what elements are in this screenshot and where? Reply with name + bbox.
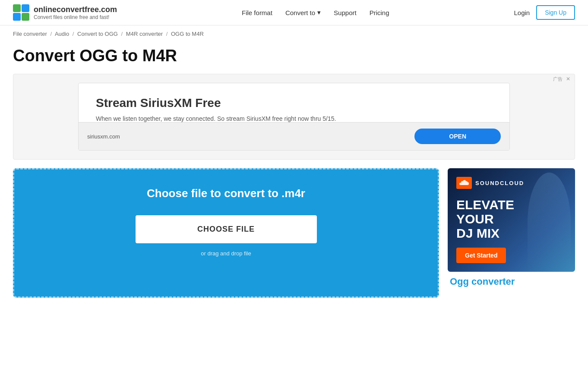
site-name: onlineconvertfree.com [34, 5, 117, 14]
logo-area: onlineconvertfree.com Convert files onli… [13, 4, 117, 21]
svg-rect-3 [22, 13, 29, 21]
nav-convert-to[interactable]: Convert to ▾ [285, 9, 321, 16]
ogg-converter-title: Ogg converter [450, 276, 573, 287]
dj-figure [528, 173, 571, 272]
svg-rect-2 [13, 13, 21, 21]
ad-domain: siriusxm.com [87, 133, 120, 140]
ogg-converter-section: Ogg converter [448, 276, 575, 287]
ad-close-icon[interactable]: ✕ [566, 76, 570, 82]
breadcrumb-file-converter[interactable]: File converter [13, 31, 47, 37]
svg-rect-0 [13, 4, 21, 12]
ad-footer: siriusxm.com OPEN [79, 122, 509, 150]
auth-area: Login Sign Up [514, 5, 575, 20]
sidebar-ad-image: SOUNDCLOUD ELEVATEYOURDJ MIX Get Started [448, 168, 575, 272]
ad-inner: Stream SiriusXM Free When we listen toge… [78, 83, 510, 151]
logo-text: onlineconvertfree.com Convert files onli… [34, 5, 117, 20]
main-content: Choose file to convert to .m4r CHOOSE FI… [0, 168, 588, 311]
signup-button[interactable]: Sign Up [536, 5, 575, 20]
ad-label: 广告 [553, 76, 563, 82]
svg-rect-1 [22, 4, 29, 12]
drag-drop-text: or drag and drop file [201, 250, 251, 257]
breadcrumb-ogg-to-m4r[interactable]: OGG to M4R [171, 31, 204, 37]
nav-support[interactable]: Support [334, 9, 357, 16]
logo-icon [13, 4, 29, 21]
choose-file-button[interactable]: CHOOSE FILE [136, 215, 317, 243]
breadcrumb-convert-to-ogg[interactable]: Convert to OGG [77, 31, 118, 37]
ad-banner: 广告 ✕ Stream SiriusXM Free When we listen… [13, 74, 575, 160]
breadcrumb: File converter / Audio / Convert to OGG … [0, 25, 588, 42]
site-tagline: Convert files online free and fast! [34, 14, 117, 20]
ad-open-button[interactable]: OPEN [414, 129, 501, 144]
soundcloud-brand: SOUNDCLOUD [475, 180, 524, 186]
breadcrumb-audio[interactable]: Audio [55, 31, 69, 37]
sidebar-ad-inner: 广告 ✕ SOUNDCLOUD ELEVATEYOURDJ MIX Get St… [448, 168, 575, 272]
login-link[interactable]: Login [514, 9, 530, 16]
sidebar-ad: 广告 ✕ SOUNDCLOUD ELEVATEYOURDJ MIX Get St… [448, 168, 575, 298]
soundcloud-icon [456, 177, 472, 189]
ad-headline: Stream SiriusXM Free [96, 96, 492, 110]
sidebar-ad-cta-button[interactable]: Get Started [456, 248, 506, 263]
converter-title: Choose file to convert to .m4r [147, 187, 305, 200]
ad-body: When we listen together, we stay connect… [96, 115, 492, 122]
chevron-down-icon: ▾ [317, 9, 321, 16]
nav-pricing[interactable]: Pricing [370, 9, 389, 16]
main-nav: File format Convert to ▾ Support Pricing [242, 9, 389, 16]
nav-file-format[interactable]: File format [242, 9, 272, 16]
page-title: Convert OGG to M4R [0, 42, 588, 74]
breadcrumb-m4r-converter[interactable]: M4R converter [126, 31, 163, 37]
header: onlineconvertfree.com Convert files onli… [0, 0, 588, 25]
converter-box: Choose file to convert to .m4r CHOOSE FI… [13, 168, 439, 298]
